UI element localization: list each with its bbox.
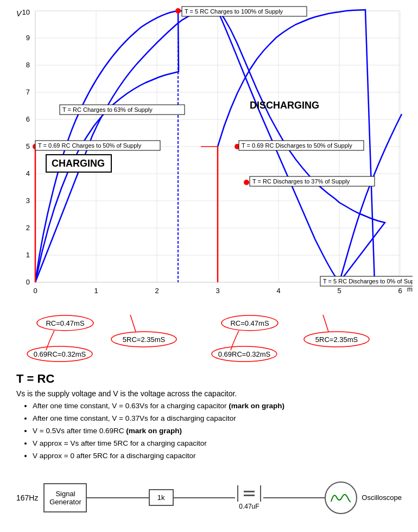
- rc-left: RC=0.47mS: [46, 319, 84, 327]
- y-label-10: 10: [22, 8, 30, 16]
- label-rc-discharge: T = RC Discharges to 37% of Supply: [252, 178, 350, 185]
- label-069rc-charge: T = 0.69 RC Charges to 50% of Supply: [38, 142, 142, 149]
- y-label-9: 9: [26, 34, 30, 42]
- 5rc-right: 5RC=2.35mS: [315, 335, 358, 344]
- 5rc-right-arrow: [323, 315, 328, 332]
- x-label-0: 0: [33, 287, 37, 295]
- y-label-1: 1: [26, 251, 30, 259]
- circuit-section: 167Hz SignalGenerator 1k 0.: [5, 473, 413, 522]
- theory-bullet-5: V approx = 0 after 5RC for a discharging…: [33, 450, 402, 463]
- capacitor-symbol: [235, 485, 263, 502]
- y-label-3: 3: [26, 197, 30, 205]
- page-container: 0 1 2 3 4 5 6 7 8 9 10 V 0 1 2 3 4 5 6 m…: [0, 0, 418, 528]
- wire-2: [174, 497, 235, 498]
- 5rc-left-arrow: [130, 315, 136, 332]
- theory-bullet-2: After one time constant, V = 0.37Vs for …: [33, 413, 402, 425]
- theory-title: T = RC: [16, 372, 402, 386]
- resistor-label: 1k: [157, 493, 165, 502]
- frequency-label: 167Hz: [16, 493, 38, 502]
- x-label-6: 6: [398, 287, 402, 295]
- y-label-0: 0: [26, 278, 30, 286]
- chart-area: 0 1 2 3 4 5 6 7 8 9 10 V 0 1 2 3 4 5 6 m…: [5, 5, 413, 309]
- label-069rc-discharge: T = 0.69 RC Discharges to 50% of Supply: [242, 142, 352, 149]
- dot-5rc-charge: [175, 8, 181, 14]
- x-label-3: 3: [216, 287, 219, 295]
- wire-1: [87, 497, 148, 498]
- label-5rc-charge: T = 5 RC Charges to 100% of Supply: [185, 8, 283, 15]
- charging-label: CHARGING: [52, 158, 105, 169]
- bold-1: (mark on graph): [229, 402, 284, 410]
- rc-annotations-svg: RC=0.47mS 0.69RC=0.32mS 5RC=2.35mS RC=0.…: [5, 309, 413, 364]
- label-5rc-discharge: T = 5 RC Discharges to 0% of Supply: [323, 278, 413, 284]
- y-label-5: 5: [26, 142, 30, 150]
- y-axis-title: V: [16, 9, 22, 18]
- rc-right: RC=0.47mS: [230, 319, 269, 327]
- discharging-label: DISCHARGING: [250, 100, 319, 111]
- bold-2: (mark on graph): [126, 427, 182, 435]
- y-label-6: 6: [26, 115, 30, 123]
- signal-generator-label: SignalGenerator: [49, 490, 81, 506]
- dot-rc-discharge: [244, 180, 249, 185]
- capacitor-label: 0.47uF: [239, 503, 259, 510]
- signal-generator: SignalGenerator: [43, 483, 87, 512]
- theory-bullet-1: After one time constant, V = 0.63Vs for …: [33, 400, 402, 413]
- main-chart-svg: 0 1 2 3 4 5 6 7 8 9 10 V 0 1 2 3 4 5 6 m…: [5, 5, 413, 309]
- y-label-8: 8: [26, 61, 30, 69]
- rc-annotations: RC=0.47mS 0.69RC=0.32mS 5RC=2.35mS RC=0.…: [5, 309, 413, 364]
- x-label-2: 2: [155, 287, 159, 295]
- resistor: 1k: [149, 489, 174, 506]
- y-label-4: 4: [26, 169, 30, 178]
- 069rc-left: 0.69RC=0.32mS: [34, 350, 86, 358]
- theory-bullet-3: V = 0.5Vs after time 0.69RC (mark on gra…: [33, 425, 402, 438]
- oscilloscope-wave-svg: [330, 491, 352, 504]
- x-label-5: 5: [337, 287, 341, 295]
- wire-3: [263, 497, 325, 498]
- capacitor: 0.47uF: [235, 485, 263, 510]
- x-label-4: 4: [276, 287, 280, 295]
- theory-list: After one time constant, V = 0.63Vs for …: [16, 400, 402, 463]
- oscilloscope-symbol: [325, 482, 357, 514]
- 5rc-left: 5RC=2.35mS: [123, 335, 166, 344]
- x-label-1: 1: [94, 287, 98, 295]
- label-rc-charge: T = RC Charges to 63% of Supply: [62, 106, 153, 113]
- 069rc-right: 0.69RC=0.32mS: [218, 350, 271, 358]
- y-label-7: 7: [26, 88, 30, 96]
- theory-section: T = RC Vs is the supply voltage and V is…: [5, 366, 413, 468]
- y-label-2: 2: [26, 224, 30, 232]
- theory-subtitle: Vs is the supply voltage and V is the vo…: [16, 389, 402, 398]
- oscilloscope-label: Oscilloscope: [362, 493, 402, 502]
- x-axis-unit: mS: [407, 286, 413, 293]
- theory-bullet-4: V approx = Vs after time 5RC for a charg…: [33, 438, 402, 450]
